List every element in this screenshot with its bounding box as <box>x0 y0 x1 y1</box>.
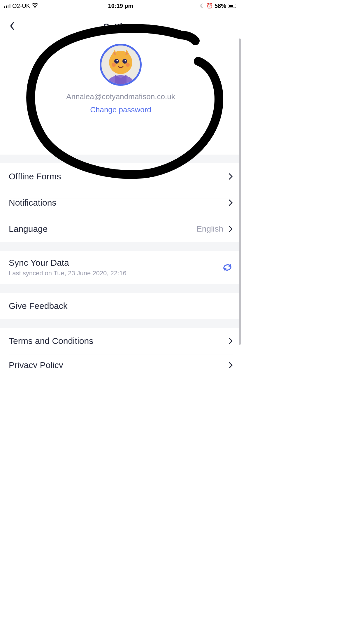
row-sync[interactable]: Sync Your Data Last synced on Tue, 23 Ju… <box>0 251 241 284</box>
chevron-right-icon <box>229 173 233 180</box>
svg-point-4 <box>126 63 130 67</box>
row-offline-forms[interactable]: Offline Forms <box>0 163 241 190</box>
row-notifications[interactable]: Notifications <box>0 190 241 216</box>
carrier-label: O2-UK <box>12 3 30 9</box>
svg-point-8 <box>125 60 126 62</box>
section-separator <box>0 155 241 163</box>
wifi-icon <box>32 3 38 9</box>
sync-subtitle: Last synced on Tue, 23 June 2020, 22:16 <box>9 270 126 277</box>
battery-percent: 58% <box>215 3 226 9</box>
row-value: English <box>196 224 223 234</box>
battery-icon <box>228 4 237 8</box>
row-give-feedback[interactable]: Give Feedback <box>0 293 241 319</box>
chevron-right-icon <box>229 362 233 368</box>
svg-point-3 <box>112 63 116 67</box>
status-time: 10:19 pm <box>108 3 133 9</box>
chevron-left-icon <box>10 22 15 32</box>
avatar-image <box>100 44 142 86</box>
group-feedback: Give Feedback <box>0 293 241 319</box>
sync-icon[interactable] <box>222 262 233 273</box>
status-right: ☾ ⏰ 58% <box>200 3 237 9</box>
row-terms[interactable]: Terms and Conditions <box>0 328 241 354</box>
page-title: Settings <box>103 22 138 32</box>
status-left: O2-UK <box>4 3 38 9</box>
alarm-icon: ⏰ <box>206 3 213 9</box>
group-sync: Sync Your Data Last synced on Tue, 23 Ju… <box>0 251 241 284</box>
settings-list[interactable]: Offline Forms Notifications Language Eng… <box>0 155 241 429</box>
back-button[interactable] <box>6 20 19 33</box>
row-label: Offline Forms <box>9 172 61 181</box>
scrollbar[interactable] <box>239 38 241 345</box>
signal-icon <box>4 4 10 8</box>
status-bar: O2-UK 10:19 pm ☾ ⏰ 58% <box>0 0 241 12</box>
row-label: Terms and Conditions <box>9 336 93 346</box>
svg-point-5 <box>114 59 119 64</box>
chevron-right-icon <box>229 337 233 344</box>
section-separator <box>0 284 241 293</box>
chevron-right-icon <box>229 199 233 206</box>
svg-point-6 <box>122 59 127 64</box>
row-privacy[interactable]: Privacy Policy <box>0 354 241 368</box>
row-label: Privacy Policy <box>9 360 63 368</box>
row-label: Sync Your Data <box>9 258 126 268</box>
group-legal: Terms and Conditions Privacy Policy <box>0 328 241 368</box>
svg-point-7 <box>117 60 118 62</box>
do-not-disturb-icon: ☾ <box>200 3 205 9</box>
chevron-right-icon <box>229 225 233 232</box>
svg-point-0 <box>35 7 36 8</box>
profile-section: Annalea@cotyandmafison.co.uk Change pass… <box>0 44 241 120</box>
change-password-link[interactable]: Change password <box>90 105 151 114</box>
row-label: Language <box>9 224 48 234</box>
profile-email: Annalea@cotyandmafison.co.uk <box>0 92 241 101</box>
row-language[interactable]: Language English <box>0 216 241 242</box>
avatar[interactable] <box>100 44 142 87</box>
section-separator <box>0 319 241 328</box>
row-label: Notifications <box>9 198 56 208</box>
section-separator <box>0 242 241 251</box>
header: Settings <box>0 16 241 37</box>
group-general: Offline Forms Notifications Language Eng… <box>0 163 241 242</box>
row-label: Give Feedback <box>9 301 68 311</box>
